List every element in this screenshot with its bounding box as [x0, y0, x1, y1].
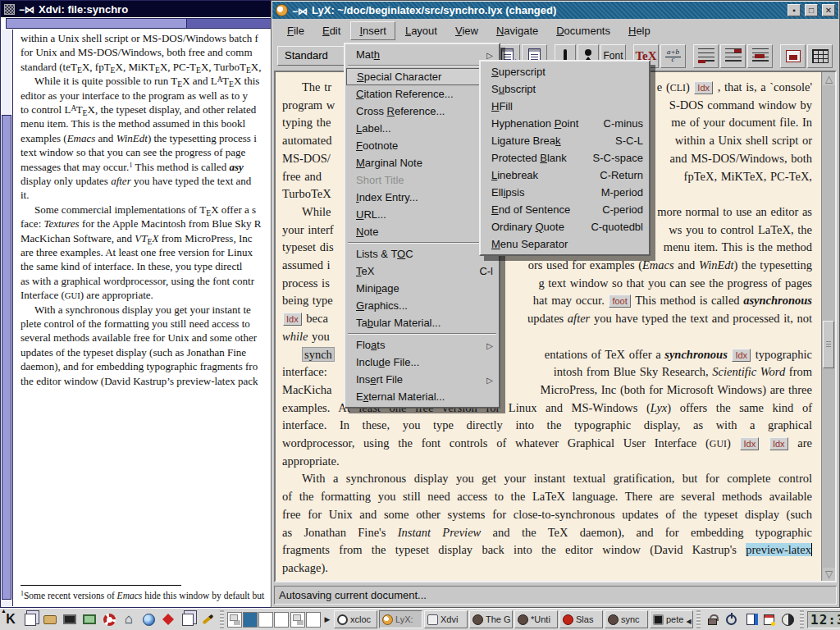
layout-combo[interactable]: Standard	[277, 46, 346, 66]
klipper-tray[interactable]	[742, 610, 759, 628]
menu-item-ellipsis[interactable]: EllipsisM-period	[482, 184, 648, 201]
close-button[interactable]	[822, 4, 835, 16]
menu-item-subscript[interactable]: Subscript	[482, 80, 648, 98]
menubar-view[interactable]: View	[447, 22, 486, 39]
applet-handle[interactable]	[220, 610, 224, 628]
idx-inset[interactable]: Idx	[283, 313, 302, 326]
lyx-doc-line-right[interactable]: updates after you have typed the text an…	[527, 312, 812, 326]
editor-launcher[interactable]	[199, 610, 217, 628]
menu-item-note[interactable]: Note	[346, 223, 498, 240]
applet-handle[interactable]	[696, 610, 701, 628]
pager-desktop-6[interactable]	[306, 612, 321, 628]
xdvi-hscroll-thumb[interactable]	[7, 19, 187, 28]
menu-item-end-of-sentence[interactable]: End of SentenceC-period	[482, 201, 648, 218]
lyx-doc-line[interactable]: free for Unix and some other systems for…	[282, 508, 812, 526]
lyx-doc-line[interactable]: package).	[282, 561, 812, 579]
lyx-doc-line-right[interactable]: more normal to use an editor as	[657, 205, 812, 219]
itemize-button[interactable]	[693, 44, 719, 68]
lyx-doc-line-right[interactable]: and MS-DOS/Windows, both	[670, 152, 812, 166]
menu-item-minipage[interactable]: Minipage	[346, 280, 498, 297]
enumerate-button[interactable]	[720, 44, 746, 68]
menu-item-hyphenation-point[interactable]: Hyphenation PointC-minus	[482, 115, 648, 132]
xdvi-vscroll-thumb[interactable]	[2, 115, 11, 600]
menubar-insert[interactable]: Insert	[350, 21, 395, 40]
menu-item-external-material[interactable]: External Material...	[346, 388, 498, 405]
menu-item-superscript[interactable]: Superscript	[482, 63, 648, 80]
lyx-doc-line[interactable]: interface. In these, you type directly i…	[282, 418, 812, 436]
lyx-doc-line-right[interactable]: e (CLI) Idx , that is, a `console'	[657, 80, 812, 94]
lyx-doc-line-right[interactable]: me of your document file. In	[671, 116, 812, 130]
menu-item-label[interactable]: Label...	[346, 120, 498, 137]
home-launcher[interactable]: ⌂	[120, 610, 138, 628]
xdvi-app-icon[interactable]	[4, 4, 15, 15]
menu-item-menu-separator[interactable]: Menu Separator	[482, 235, 648, 253]
foot-inset[interactable]: foot	[609, 294, 630, 308]
window-pin-icon[interactable]	[19, 2, 34, 16]
lyx-doc-line-right[interactable]: menu item. This is the method	[664, 240, 812, 254]
menubar-edit[interactable]: Edit	[314, 22, 349, 39]
organizer-tray[interactable]	[760, 610, 778, 628]
xdvi-vertical-scrollbar[interactable]	[2, 30, 13, 606]
menubar-documents[interactable]: Documents	[548, 22, 619, 39]
pager-desktop-3[interactable]	[258, 612, 273, 628]
menu-item-graphics[interactable]: Graphics...	[346, 297, 498, 314]
maximize-button[interactable]	[805, 4, 818, 16]
menu-item-footnote[interactable]: Footnote	[346, 137, 498, 154]
task-button-slas[interactable]: Slas	[559, 610, 603, 628]
menu-item-special-character[interactable]: Special Character	[346, 68, 498, 85]
task-button-sync[interactable]: sync	[605, 610, 648, 628]
lyx-doc-line-right[interactable]: S-DOS command window by	[669, 98, 812, 112]
lyx-app-icon[interactable]	[276, 4, 288, 16]
applet-handle[interactable]	[800, 610, 804, 628]
pager-desktop-1[interactable]	[227, 612, 242, 628]
mail-launcher[interactable]	[159, 610, 177, 628]
xdvi-titlebar[interactable]: Xdvi: file:synchro	[1, 1, 273, 17]
menu-item-index-entry[interactable]: Index Entry...	[346, 189, 498, 206]
lyx-doc-line-right[interactable]: MicroPress, Inc (both for Microsoft Wind…	[540, 383, 812, 397]
lyx-doc-line[interactable]: appropriate.	[282, 454, 812, 472]
idx-inset[interactable]: Idx	[694, 81, 713, 94]
lyx-doc-line-right[interactable]: ws you to control LaTeX, the	[669, 223, 812, 237]
lyx-scroll-thumb[interactable]	[823, 321, 834, 368]
lyx-doc-line[interactable]: as Jonathan Fine's Instant Preview and t…	[282, 526, 812, 544]
menu-item-ordinary-quote[interactable]: Ordinary QuoteC-quotedbl	[482, 218, 648, 235]
terminal-launcher[interactable]	[80, 610, 98, 628]
lyx-vertical-scrollbar[interactable]: △ ▽	[821, 72, 835, 581]
lyx-doc-line-right[interactable]: entations of TeX offer a synchronous Idx…	[545, 348, 812, 362]
pager-desktop-2[interactable]	[243, 612, 258, 628]
task-button-pete[interactable]: pete	[650, 610, 693, 628]
menubar-file[interactable]: File	[279, 22, 313, 39]
desktop-pager-2[interactable]	[290, 612, 321, 628]
lyx-doc-line-right[interactable]: intosh from Blue Sky Research, Scientifi…	[554, 365, 812, 379]
taskbar-scroll-left-icon[interactable]: ▶	[322, 610, 332, 628]
lyx-titlebar[interactable]: LyX: ~/doc/beginlatex/src/synchro.lyx (c…	[272, 2, 838, 19]
idx-inset[interactable]: Idx	[769, 437, 788, 450]
menu-item-lists-toc[interactable]: Lists & TOC	[346, 245, 498, 262]
idx-inset[interactable]: Idx	[732, 349, 751, 362]
menubar-navigate[interactable]: Navigate	[488, 22, 546, 39]
help-launcher[interactable]	[100, 610, 118, 628]
task-button-the-g[interactable]: The G	[469, 610, 513, 628]
menu-item-citation-reference[interactable]: Citation Reference...	[346, 85, 498, 103]
menu-item-url[interactable]: URL...	[346, 206, 498, 223]
k-menu-button[interactable]: K	[2, 610, 20, 628]
lyx-doc-line[interactable]: fragments from the typeset display back …	[282, 543, 812, 561]
pager-desktop-4[interactable]	[274, 612, 289, 628]
menu-item-tex[interactable]: TeXC-l	[346, 262, 498, 280]
menu-item-protected-blank[interactable]: Protected BlankS-C-space	[482, 149, 648, 167]
scroll-down-icon[interactable]: ▽	[823, 568, 835, 581]
task-button-unti[interactable]: *Unti	[514, 610, 558, 628]
menu-item-tabular-material[interactable]: Tabular Material...	[346, 314, 498, 331]
menubar-layout[interactable]: Layout	[397, 22, 445, 39]
lyx-doc-line[interactable]: of the formatting you still need access …	[282, 490, 812, 508]
depth-button[interactable]	[747, 44, 773, 68]
menu-item-hfill[interactable]: HFill	[482, 98, 648, 115]
scroll-up-icon[interactable]: △	[823, 72, 835, 85]
lyx-doc-line[interactable]: With a synchronous display you get your …	[282, 472, 812, 490]
math-mode-button[interactable]: a+bc	[660, 44, 686, 68]
screen-launcher[interactable]	[61, 610, 79, 628]
logout-button[interactable]	[723, 610, 740, 628]
lyx-doc-line[interactable]: wordprocessor, using the font controls o…	[282, 436, 812, 454]
menu-item-floats[interactable]: Floats	[346, 336, 498, 354]
lyx-doc-line-right[interactable]: ors used for examples (Emacs and WinEdt)…	[528, 258, 812, 272]
